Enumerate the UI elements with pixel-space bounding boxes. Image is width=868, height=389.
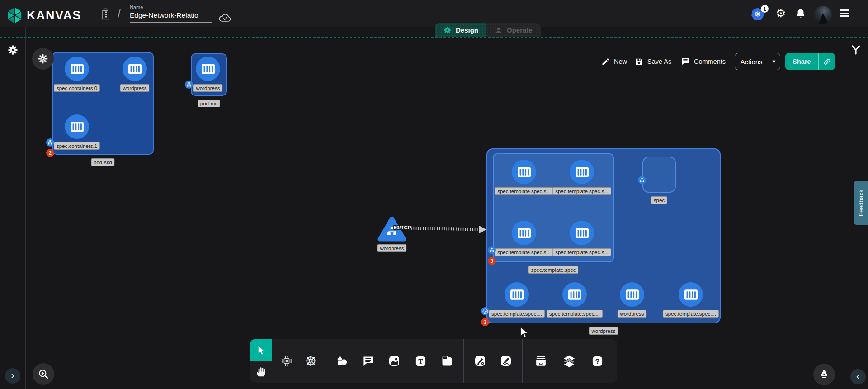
- container-icon: [625, 289, 639, 300]
- container-label: spec.template.spec.s...: [552, 248, 611, 256]
- wordpress-badge-icon: [481, 307, 489, 315]
- container-icon: [575, 166, 589, 178]
- group-label-pod-skd: pod-skd: [91, 158, 115, 166]
- container-node[interactable]: [505, 282, 529, 307]
- tool-select-tool[interactable]: [250, 339, 272, 361]
- comment-annotation-icon: [362, 355, 374, 367]
- zoom-in-button[interactable]: [33, 363, 54, 385]
- container-icon: [128, 63, 142, 75]
- group-spec-template-spec[interactable]: [493, 153, 614, 262]
- container-icon: [517, 166, 531, 178]
- tool-kubernetes[interactable]: ☸: [301, 351, 321, 371]
- tool-note-annotation[interactable]: [437, 351, 457, 371]
- container-node[interactable]: [512, 221, 536, 245]
- magnifier-plus-icon: [38, 368, 49, 380]
- container-node[interactable]: [679, 282, 703, 307]
- container-node[interactable]: [562, 282, 587, 307]
- group-label-wordpress-deployment: wordpress: [589, 327, 618, 335]
- container-icon: [70, 63, 84, 75]
- pod-badge-icon: [638, 176, 646, 184]
- kubernetes-icon: ☸: [304, 354, 317, 368]
- bottom-toolbar: ☸ T: [250, 339, 617, 383]
- container-icon: [201, 63, 215, 75]
- tool-pen-tool[interactable]: [470, 351, 490, 371]
- container-label: wordpress: [617, 310, 646, 318]
- container-node[interactable]: [196, 57, 220, 81]
- container-node[interactable]: [570, 160, 594, 184]
- text-annotation-icon: T: [415, 355, 427, 367]
- count-badge[interactable]: 2: [46, 149, 54, 157]
- tool-comment-annotation[interactable]: [358, 351, 378, 371]
- help-icon: ?: [591, 355, 604, 367]
- image-annotation-icon: [388, 355, 401, 367]
- svg-text:?: ?: [595, 357, 599, 365]
- container-node[interactable]: [512, 160, 536, 184]
- container-node[interactable]: [570, 221, 594, 245]
- container-label: spec.template.spec.s...: [495, 187, 553, 195]
- flower-asterisk-icon: [38, 53, 48, 64]
- svg-text:T: T: [418, 357, 423, 365]
- kanvas-app: KANVAS / Name Edge-Network-Relatio: [0, 0, 868, 389]
- pen-tool-icon: [474, 355, 486, 367]
- service-label: wordpress: [377, 244, 406, 252]
- tool-image-annotation[interactable]: [384, 351, 404, 371]
- service-node[interactable]: [377, 216, 406, 245]
- tool-drawer[interactable]: [531, 351, 551, 371]
- canvas-settings-flower-button[interactable]: [32, 48, 54, 70]
- shapes-icon: [335, 354, 349, 368]
- container-label: spec.template.spec.s...: [552, 187, 611, 195]
- ink-pen-button[interactable]: [813, 364, 835, 385]
- tool-text-annotation[interactable]: T: [411, 351, 431, 371]
- container-icon: [70, 121, 84, 133]
- node-label-spec: spec: [651, 196, 667, 204]
- select-tool-icon: [256, 345, 266, 356]
- container-icon: [684, 289, 698, 300]
- container-node[interactable]: [620, 282, 644, 307]
- pod-badge-icon: [185, 81, 193, 89]
- pod-badge-icon: [488, 246, 496, 254]
- container-label: spec.containers.0: [54, 84, 100, 92]
- mouse-cursor: [520, 327, 530, 338]
- container-node[interactable]: [123, 57, 147, 81]
- container-node[interactable]: [65, 57, 89, 81]
- container-label: spec.template.spec....: [663, 310, 719, 318]
- container-label: spec.template.spec....: [547, 310, 603, 318]
- tool-pencil-draw[interactable]: [496, 351, 516, 371]
- drawer-icon: [534, 355, 547, 368]
- tool-pan-hand-tool[interactable]: [250, 361, 272, 383]
- component-chip-icon: [280, 355, 293, 367]
- tool-shapes[interactable]: [332, 351, 352, 371]
- container-icon: [517, 228, 531, 239]
- tool-component-chip[interactable]: [277, 351, 297, 371]
- pan-hand-tool-icon: [255, 366, 267, 378]
- group-label-pod-rcc: pod-rcc: [198, 100, 220, 107]
- container-label: spec.containers.1: [54, 142, 100, 150]
- note-annotation-icon: [441, 355, 453, 367]
- pod-badge-icon: [46, 138, 54, 147]
- pen-nib-icon: [819, 369, 830, 380]
- pencil-draw-icon: [500, 355, 512, 367]
- tool-layers[interactable]: [559, 351, 579, 371]
- layers-icon: [562, 354, 576, 368]
- container-node[interactable]: [65, 114, 89, 139]
- container-label: wordpress: [193, 84, 222, 92]
- container-icon: [568, 289, 582, 300]
- container-icon: [510, 289, 524, 300]
- container-label: spec.template.spec.s...: [495, 248, 553, 256]
- design-canvas[interactable]: pod-skd 2pod-rcc wordpress 3spec.templat…: [0, 0, 868, 389]
- tool-help[interactable]: ?: [588, 351, 608, 371]
- node-spec[interactable]: [642, 157, 676, 193]
- group-label-spec-template-spec: spec.template.spec: [528, 266, 578, 274]
- container-label: wordpress: [120, 84, 149, 92]
- container-icon: [575, 228, 589, 239]
- count-badge[interactable]: 3: [481, 318, 489, 326]
- container-label: spec.template.spec....: [489, 310, 545, 318]
- count-badge[interactable]: 3: [488, 257, 496, 265]
